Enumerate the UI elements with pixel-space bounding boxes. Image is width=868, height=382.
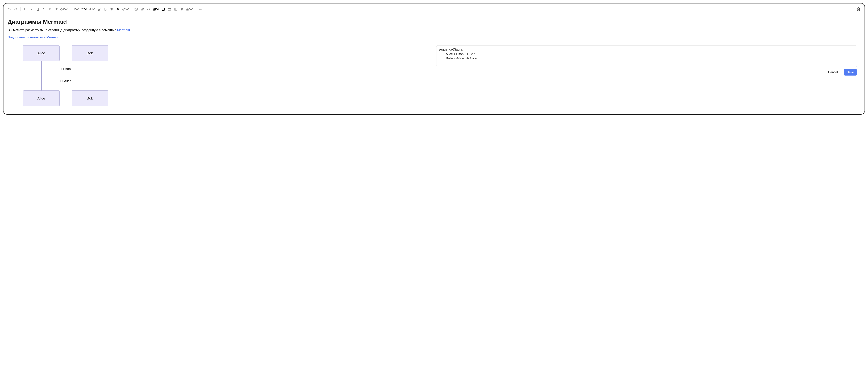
anchor-button[interactable] bbox=[179, 7, 185, 12]
note-button[interactable] bbox=[103, 7, 108, 12]
svg-point-4 bbox=[81, 9, 81, 9]
svg-point-30 bbox=[200, 9, 201, 9]
math-button[interactable]: f(x) bbox=[60, 7, 67, 12]
svg-point-31 bbox=[202, 9, 202, 9]
chevron-down-icon bbox=[75, 7, 79, 11]
code-brackets-icon bbox=[147, 7, 150, 11]
lifeline-bob bbox=[90, 61, 90, 90]
checkbox-button[interactable] bbox=[161, 7, 166, 12]
actor-box-alice-top: Alice bbox=[23, 45, 60, 61]
undo-button[interactable] bbox=[7, 7, 12, 12]
mermaid-source-input[interactable] bbox=[436, 45, 857, 67]
svg-line-10 bbox=[123, 8, 124, 10]
svg-rect-13 bbox=[153, 8, 156, 10]
clear-formatting-button[interactable] bbox=[54, 7, 59, 12]
chevron-down-icon bbox=[84, 7, 87, 11]
svg-line-24 bbox=[181, 8, 182, 10]
editor-actions: Cancel Save bbox=[436, 69, 857, 76]
svg-point-3 bbox=[81, 8, 81, 8]
svg-point-29 bbox=[199, 9, 200, 9]
intro-paragraph: Вы можете разместить на странице диаграм… bbox=[8, 28, 860, 32]
syntax-paragraph: Подробнее о синтаксисе Mermaid. bbox=[8, 35, 860, 40]
embed-code-button[interactable] bbox=[146, 7, 151, 12]
toolbar: B I U S M f(x) H A bbox=[7, 6, 861, 14]
svg-rect-19 bbox=[168, 8, 171, 10]
mermaid-preview: Alice Bob Alice Bob Hi Bob Hi Alice bbox=[11, 45, 432, 106]
cut-button[interactable] bbox=[110, 7, 115, 12]
syntax-link[interactable]: Подробнее о синтаксисе Mermaid bbox=[8, 35, 59, 39]
more-button[interactable] bbox=[198, 7, 203, 12]
svg-line-25 bbox=[182, 8, 183, 10]
syntax-suffix: . bbox=[59, 35, 60, 39]
actor-label: Alice bbox=[37, 51, 45, 55]
svg-marker-34 bbox=[72, 71, 73, 72]
code-button[interactable] bbox=[122, 7, 129, 12]
redo-button[interactable] bbox=[13, 7, 19, 12]
arrow-right-icon bbox=[41, 71, 90, 72]
list-icon bbox=[81, 7, 84, 11]
chevron-down-icon bbox=[189, 7, 193, 11]
message-label: Hi Bob bbox=[61, 67, 71, 71]
heading-button[interactable]: H bbox=[72, 7, 79, 12]
tabs-button[interactable] bbox=[167, 7, 172, 12]
italic-button[interactable]: I bbox=[29, 7, 34, 12]
strikethrough-button[interactable]: S bbox=[41, 7, 47, 12]
tabs-icon bbox=[168, 7, 171, 11]
svg-marker-36 bbox=[59, 84, 59, 84]
link-button[interactable] bbox=[97, 7, 102, 12]
checkbox-icon bbox=[161, 7, 165, 11]
message-label: Hi Alice bbox=[60, 79, 71, 83]
page-title: Диаграммы Mermaid bbox=[8, 19, 860, 25]
mermaid-link[interactable]: Mermaid bbox=[117, 28, 130, 32]
heading-letter: H bbox=[72, 8, 75, 11]
actor-label: Bob bbox=[87, 96, 93, 100]
paperclip-icon bbox=[141, 7, 144, 11]
save-button[interactable]: Save bbox=[844, 69, 857, 76]
actor-box-bob-top: Bob bbox=[72, 45, 108, 61]
message-ba: Hi Alice bbox=[41, 79, 90, 84]
svg-point-5 bbox=[81, 10, 81, 10]
actor-box-alice-bottom: Alice bbox=[23, 90, 60, 106]
monospace-button[interactable]: M bbox=[48, 7, 53, 12]
chevron-down-icon bbox=[125, 7, 129, 11]
columns-icon bbox=[174, 7, 178, 11]
intro-suffix: . bbox=[130, 28, 131, 32]
image-button[interactable] bbox=[133, 7, 139, 12]
svg-point-32 bbox=[858, 9, 859, 10]
link-icon bbox=[98, 7, 101, 11]
quote-icon bbox=[117, 7, 120, 11]
chart-icon bbox=[186, 7, 189, 11]
svg-point-12 bbox=[135, 9, 136, 9]
mermaid-panel: Alice Bob Alice Bob Hi Bob Hi Alice bbox=[8, 43, 860, 109]
quote-button[interactable] bbox=[116, 7, 121, 12]
arrow-left-icon bbox=[41, 84, 90, 84]
actor-label: Bob bbox=[87, 51, 93, 55]
cancel-button[interactable]: Cancel bbox=[825, 69, 841, 76]
image-icon bbox=[134, 7, 138, 11]
text-color-button[interactable]: A bbox=[89, 7, 96, 12]
table-icon bbox=[152, 7, 156, 11]
underline-button[interactable]: U bbox=[35, 7, 40, 12]
more-horizontal-icon bbox=[199, 7, 203, 11]
message-ab: Hi Bob bbox=[41, 67, 90, 72]
gear-icon bbox=[857, 7, 860, 11]
code-icon bbox=[122, 7, 125, 11]
settings-button[interactable] bbox=[856, 7, 861, 12]
toolbar-separator bbox=[131, 7, 131, 11]
math-label: f(x) bbox=[60, 8, 64, 10]
intro-text: Вы можете разместить на странице диаграм… bbox=[8, 28, 117, 32]
note-icon bbox=[104, 7, 107, 11]
page-content: Диаграммы Mermaid Вы можете разместить н… bbox=[7, 14, 861, 109]
attachment-button[interactable] bbox=[140, 7, 145, 12]
svg-rect-18 bbox=[162, 8, 164, 10]
font-letter: A bbox=[89, 8, 91, 11]
scissors-icon bbox=[110, 7, 114, 11]
chart-button[interactable] bbox=[186, 7, 193, 12]
list-button[interactable] bbox=[80, 7, 88, 12]
bold-button[interactable]: B bbox=[23, 7, 28, 12]
columns-button[interactable] bbox=[173, 7, 178, 12]
editor-window: B I U S M f(x) H A bbox=[3, 3, 865, 115]
hash-icon bbox=[180, 7, 184, 11]
chevron-down-icon bbox=[64, 7, 67, 11]
table-button[interactable] bbox=[152, 7, 159, 12]
